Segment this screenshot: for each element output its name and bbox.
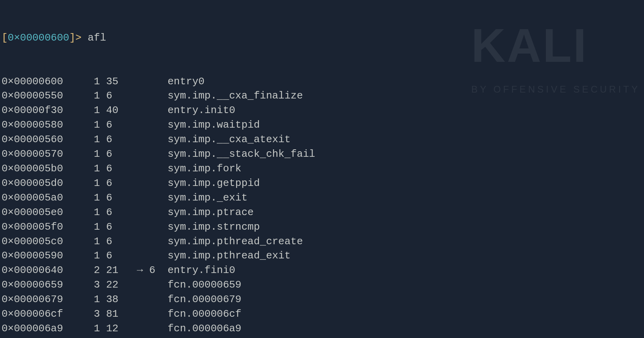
function-basicblocks: 1 (69, 118, 100, 132)
function-size: 81 (106, 307, 130, 321)
function-size: 21 (106, 263, 130, 278)
function-row: 0×0000072010209fcn.00000720 (2, 336, 642, 338)
function-row: 0×00000f30140entry.init0 (2, 103, 642, 118)
function-basicblocks: 10 (69, 336, 100, 338)
function-row: 0×000006a9112fcn.000006a9 (2, 321, 642, 336)
function-size: 6 (106, 191, 130, 205)
function-name: fcn.00000659 (168, 278, 241, 292)
function-name: fcn.000006cf (168, 307, 241, 321)
function-row: 0×000005e016sym.imp.ptrace (2, 205, 642, 220)
command-text: afl (87, 32, 106, 44)
function-basicblocks: 3 (69, 278, 100, 292)
function-name: entry.fini0 (168, 263, 235, 278)
function-size: 6 (106, 132, 130, 147)
function-address: 0×000006a9 (2, 321, 69, 336)
function-name: sym.imp.ptrace (168, 205, 253, 220)
function-address: 0×000005a0 (2, 191, 69, 205)
function-address: 0×000005b0 (2, 162, 69, 176)
function-size: 35 (106, 74, 130, 89)
function-row: 0×000005a016sym.imp._exit (2, 191, 642, 205)
function-row: 0×000006cf381fcn.000006cf (2, 307, 642, 321)
function-arrow: → 6 (131, 263, 168, 278)
function-size: 6 (106, 147, 130, 162)
function-address: 0×000005e0 (2, 205, 69, 220)
function-name: sym.imp.__cxa_atexit (168, 132, 290, 147)
function-size: 6 (106, 89, 130, 103)
function-name: sym.imp.pthread_exit (168, 249, 290, 263)
function-basicblocks: 1 (69, 205, 100, 220)
function-name: fcn.00000679 (168, 292, 241, 307)
function-row: 0×0000055016sym.imp.__cxa_finalize (2, 89, 642, 103)
function-row: 0×0000057016sym.imp.__stack_chk_fail (2, 147, 642, 162)
function-name: fcn.000006a9 (168, 321, 241, 336)
prompt-address: 0×00000600 (8, 32, 69, 44)
function-size: 6 (106, 118, 130, 132)
function-basicblocks: 1 (69, 234, 100, 249)
function-address: 0×000005c0 (2, 234, 69, 249)
prompt-line: [0×00000600]> afl (2, 31, 642, 45)
function-basicblocks: 1 (69, 249, 100, 263)
function-row: 0×00000640221 → 6entry.fini0 (2, 263, 642, 278)
function-row: 0×000005b016sym.imp.fork (2, 162, 642, 176)
function-row: 0×00000659322fcn.00000659 (2, 278, 642, 292)
function-basicblocks: 3 (69, 307, 100, 321)
function-address: 0×000006cf (2, 307, 69, 321)
function-address: 0×00000560 (2, 132, 69, 147)
function-address: 0×00000550 (2, 89, 69, 103)
function-row: 0×0000056016sym.imp.__cxa_atexit (2, 132, 642, 147)
function-size: 40 (106, 103, 130, 118)
function-basicblocks: 1 (69, 89, 100, 103)
function-name: sym.imp.__stack_chk_fail (168, 147, 315, 162)
function-name: sym.imp.getppid (168, 176, 260, 191)
function-size: 6 (106, 162, 130, 176)
function-name: sym.imp.waitpid (168, 118, 260, 132)
function-size: 6 (106, 220, 130, 234)
function-address: 0×00000720 (2, 336, 69, 338)
function-size: 6 (106, 205, 130, 220)
function-size: 6 (106, 234, 130, 249)
function-size: 6 (106, 249, 130, 263)
function-address: 0×00000600 (2, 74, 69, 89)
function-basicblocks: 1 (69, 191, 100, 205)
function-address: 0×00000f30 (2, 103, 69, 118)
function-row: 0×000005d016sym.imp.getppid (2, 176, 642, 191)
function-address: 0×00000570 (2, 147, 69, 162)
function-size: 22 (106, 278, 130, 292)
function-basicblocks: 1 (69, 176, 100, 191)
function-name: sym.imp.fork (168, 162, 241, 176)
terminal-output[interactable]: [0×00000600]> afl 0×00000600135entry00×0… (2, 2, 642, 338)
function-name: entry0 (168, 74, 205, 89)
function-size: 209 (106, 336, 130, 338)
function-address: 0×00000659 (2, 278, 69, 292)
function-address: 0×000005f0 (2, 220, 69, 234)
function-basicblocks: 1 (69, 74, 100, 89)
function-row: 0×000005c016sym.imp.pthread_create (2, 234, 642, 249)
function-name: sym.imp._exit (168, 191, 248, 205)
function-row: 0×0000058016sym.imp.waitpid (2, 118, 642, 132)
function-basicblocks: 1 (69, 132, 100, 147)
function-size: 38 (106, 292, 130, 307)
function-row: 0×000005f016sym.imp.strncmp (2, 220, 642, 234)
function-row: 0×00000600135entry0 (2, 74, 642, 89)
function-name: entry.init0 (168, 103, 235, 118)
function-size: 6 (106, 176, 130, 191)
function-basicblocks: 1 (69, 220, 100, 234)
function-address: 0×00000640 (2, 263, 69, 278)
function-name: sym.imp.__cxa_finalize (168, 89, 303, 103)
function-basicblocks: 1 (69, 292, 100, 307)
function-basicblocks: 1 (69, 162, 100, 176)
function-row: 0×00000679138fcn.00000679 (2, 292, 642, 307)
function-address: 0×00000580 (2, 118, 69, 132)
function-name: sym.imp.pthread_create (168, 234, 303, 249)
function-address: 0×00000590 (2, 249, 69, 263)
function-basicblocks: 1 (69, 147, 100, 162)
function-size: 12 (106, 321, 130, 336)
function-name: fcn.00000720 (168, 336, 241, 338)
prompt-open-bracket: [ (2, 32, 8, 44)
prompt-close-bracket: ]> (69, 32, 88, 44)
function-address: 0×00000679 (2, 292, 69, 307)
function-address: 0×000005d0 (2, 176, 69, 191)
function-basicblocks: 2 (69, 263, 100, 278)
function-name: sym.imp.strncmp (168, 220, 260, 234)
function-row: 0×0000059016sym.imp.pthread_exit (2, 249, 642, 263)
